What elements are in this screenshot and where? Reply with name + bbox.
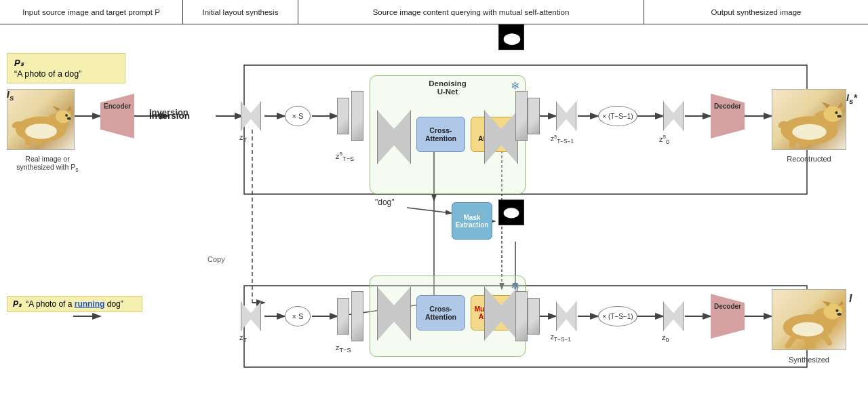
output-image-top — [772, 89, 846, 150]
unet-hourglass-left-bottom — [377, 286, 411, 341]
times-ts1-top: × (T−S−1) — [598, 106, 637, 126]
diagram-area: Pₛ “A photo of a dog” Is — [0, 24, 868, 397]
svg-point-63 — [835, 309, 838, 311]
feat-box-bottom-in-2 — [351, 291, 363, 341]
header-section-3: Source image content querying with mutua… — [298, 0, 644, 24]
cross-attention-bottom: Cross- Attention — [416, 295, 465, 330]
z-0-bowtie-bottom — [663, 301, 684, 331]
synthesized-label: Synthesized — [772, 356, 846, 364]
dog-query-label: "dog" — [375, 197, 395, 207]
decoder-top — [711, 94, 745, 138]
source-dog-svg — [9, 94, 73, 145]
svg-rect-48 — [789, 139, 795, 148]
encoder-top — [100, 94, 134, 138]
svg-point-32 — [56, 110, 71, 123]
unet-hourglass-right-bottom — [484, 286, 518, 341]
svg-point-53 — [504, 208, 519, 218]
z-ts1-label-bottom: zT−S−1 — [551, 333, 571, 343]
mask-image-1 — [498, 200, 524, 225]
z-0s-bowtie-top — [663, 101, 684, 131]
feat-box-top-out-1 — [528, 98, 540, 134]
svg-point-64 — [837, 313, 841, 316]
output-image-bottom — [772, 289, 846, 350]
copy-label: Copy — [208, 255, 225, 263]
z-ts1-bowtie-bottom — [556, 301, 576, 331]
cross-attention-top: Cross- Attention — [416, 117, 465, 152]
svg-point-50 — [792, 124, 826, 139]
times-s-bottom: × S — [285, 306, 311, 326]
output-label-top: Is* — [846, 92, 857, 105]
output-label-bottom: I — [849, 292, 852, 305]
header-section-1: Input source image and target prompt P — [0, 0, 183, 24]
sticky-ps-label: Pₛ — [14, 58, 118, 68]
unet-label-top: DenoisingU-Net — [370, 79, 525, 96]
mask-image-2 — [498, 24, 524, 50]
svg-marker-33 — [52, 105, 60, 111]
output-dog-running-svg — [774, 291, 845, 349]
header-section-2: Initial layout synthesis — [183, 0, 298, 24]
z-t-bowtie-top — [241, 101, 261, 131]
unet-hourglass-left-top — [377, 110, 411, 164]
header-section-4: Output synthesized image — [644, 0, 868, 24]
svg-line-65 — [788, 335, 795, 345]
svg-point-43 — [823, 106, 842, 121]
svg-marker-62 — [837, 301, 843, 306]
feat-box-bottom-out-1 — [528, 298, 540, 335]
feat-box-bottom-in-1 — [337, 298, 349, 335]
decoder-top-label: Decoder — [711, 102, 745, 110]
feat-box-top-out-2 — [515, 91, 528, 141]
feat-box-top-in-2 — [351, 91, 363, 141]
encoder-top-label: Encoder — [100, 102, 134, 110]
times-s-top: × S — [285, 106, 311, 126]
z-0s-label-top: zs0 — [659, 133, 669, 145]
svg-point-47 — [837, 115, 841, 117]
svg-point-60 — [823, 303, 842, 319]
output-dog-svg — [774, 91, 845, 149]
mask-extraction-box: Mask Extraction — [452, 202, 492, 240]
decoder-bottom — [711, 294, 745, 339]
times-ts1-bottom: × (T−S−1) — [598, 306, 637, 326]
svg-point-39 — [25, 124, 57, 139]
sticky-quote-top: “A photo of a dog” — [14, 69, 118, 79]
unet-box-bottom: ❄ Cross- Attention Mutual Self- Attentio… — [370, 276, 526, 357]
inversion-text: Inversion — [149, 111, 190, 121]
svg-point-35 — [65, 114, 68, 117]
decoder-bottom-label: Decoder — [711, 303, 745, 310]
svg-line-26 — [407, 208, 452, 213]
z-t-bowtie-bottom — [241, 301, 261, 331]
reconstructed-label: Recontructed — [772, 155, 846, 163]
sticky-note-top: Pₛ “A photo of a dog” — [7, 53, 125, 83]
feat-box-bottom-out-2 — [515, 291, 528, 341]
source-image — [7, 89, 75, 150]
source-image-label: Is — [7, 89, 14, 102]
header-bar: Input source image and target prompt P I… — [0, 0, 868, 24]
z-t-s-label-bottom: zT−S — [336, 343, 351, 354]
z-ts1-label-top: zsT−S−1 — [551, 133, 574, 145]
z-ts1-bowtie-top — [556, 101, 576, 131]
svg-rect-37 — [25, 137, 31, 145]
svg-marker-45 — [837, 102, 842, 108]
feat-box-top-in-1 — [337, 98, 349, 134]
svg-rect-49 — [800, 139, 806, 148]
unet-box-top: DenoisingU-Net ❄ Cross- Attention Self- … — [370, 75, 526, 194]
sticky-note-bottom: Pₛ “A photo of a running dog” — [7, 296, 142, 312]
svg-point-69 — [792, 322, 823, 336]
z-0-label-bottom: z0 — [662, 333, 669, 343]
z-t-label-top: zT — [239, 133, 247, 143]
z-t-s-label-top: zsT−S — [336, 150, 354, 162]
svg-point-56 — [504, 33, 521, 45]
svg-point-36 — [66, 117, 71, 119]
svg-marker-34 — [66, 105, 72, 111]
source-image-caption: Real image orsynthesized with Ps — [7, 155, 88, 173]
z-t-label-bottom: zT — [239, 333, 247, 343]
svg-point-46 — [835, 111, 837, 113]
